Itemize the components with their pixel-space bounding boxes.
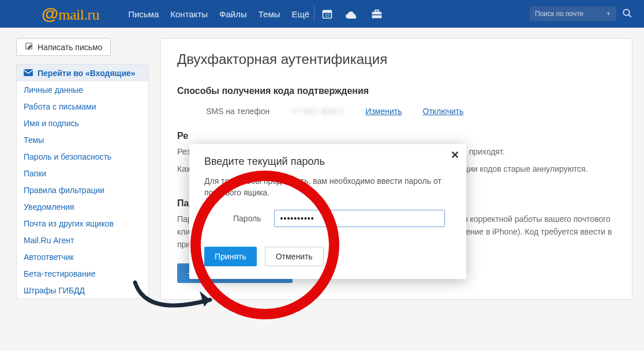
modal-desc: Для того чтобы продолжить, вам необходим… <box>204 176 451 198</box>
at-icon: @ <box>42 4 58 24</box>
svg-rect-4 <box>375 10 379 12</box>
compose-label: Написать письмо <box>38 43 102 52</box>
sidebar-item-notifications[interactable]: Уведомления <box>17 198 148 215</box>
sidebar-item-personal[interactable]: Личные данные <box>17 81 148 98</box>
cloud-icon[interactable] <box>346 9 358 19</box>
nav-files[interactable]: Файлы <box>219 9 247 19</box>
svg-text:15: 15 <box>325 13 330 18</box>
reserve-heading: Ре <box>177 131 616 141</box>
svg-rect-5 <box>372 14 382 16</box>
sidebar-item-fines[interactable]: Штрафы ГИБДД <box>17 282 148 299</box>
sidebar-item-inbox[interactable]: Перейти во «Входящие» <box>17 65 148 81</box>
page-title: Двухфакторная аутентификация <box>177 51 616 67</box>
sidebar-item-beta[interactable]: Бета-тестирование <box>17 265 148 282</box>
sidebar-item-security[interactable]: Пароль и безопасность <box>17 148 148 165</box>
sidebar-item-autoresponder[interactable]: Автоответчик <box>17 248 148 265</box>
change-link[interactable]: Изменить <box>365 107 402 116</box>
search-input[interactable]: Поиск по почте ▼ <box>530 6 616 21</box>
sms-section-title: Способы получения кода подтверждения <box>177 86 616 96</box>
logo[interactable]: @mail.ru <box>42 4 99 24</box>
svg-rect-9 <box>24 69 33 76</box>
compose-icon <box>25 42 33 52</box>
briefcase-icon[interactable] <box>371 9 383 19</box>
search-icon[interactable] <box>622 8 632 20</box>
calendar-icon[interactable]: 15 <box>321 8 333 20</box>
logo-text: mail.ru <box>58 6 99 24</box>
nav-themes[interactable]: Темы <box>259 9 280 19</box>
topbar: @mail.ru Письма Контакты Файлы Темы Ещё … <box>0 0 644 28</box>
sidebar-item-themes[interactable]: Темы <box>17 131 148 148</box>
password-field-row: Пароль <box>233 210 451 227</box>
envelope-icon <box>24 69 33 78</box>
search-placeholder: Поиск по почте <box>535 10 583 18</box>
top-nav: Письма Контакты Файлы Темы Ещё <box>128 9 309 19</box>
sms-label: SMS на телефон <box>206 107 269 116</box>
search-wrap: Поиск по почте ▼ <box>530 6 632 21</box>
password-input[interactable] <box>274 210 445 227</box>
svg-point-6 <box>623 9 630 16</box>
svg-line-7 <box>628 14 631 17</box>
nav-contacts[interactable]: Контакты <box>170 9 208 19</box>
divider <box>314 6 314 22</box>
nav-more[interactable]: Ещё <box>292 9 310 19</box>
sidebar-menu: Перейти во «Входящие» Личные данные Рабо… <box>16 64 149 299</box>
caret-down-icon: ▼ <box>606 11 611 17</box>
modal-title: Введите текущий пароль <box>204 156 451 168</box>
accept-button[interactable]: Принять <box>204 247 257 266</box>
sms-number: +7 927 818 1 <box>290 107 345 116</box>
cancel-button[interactable]: Отменить <box>265 247 324 266</box>
sms-row: SMS на телефон +7 927 818 1 Изменить Отк… <box>177 107 616 116</box>
sidebar-item-external[interactable]: Почта из других ящиков <box>17 215 148 232</box>
sidebar-item-folders[interactable]: Папки <box>17 165 148 182</box>
sidebar-item-signature[interactable]: Имя и подпись <box>17 115 148 131</box>
nav-letters[interactable]: Письма <box>128 9 159 19</box>
compose-button[interactable]: Написать письмо <box>16 38 111 56</box>
sidebar-item-letters[interactable]: Работа с письмами <box>17 98 148 115</box>
disable-link[interactable]: Отключить <box>423 107 464 116</box>
close-icon[interactable]: ✕ <box>451 149 459 161</box>
top-icons: 15 <box>321 8 383 20</box>
sidebar-item-agent[interactable]: Mail.Ru Агент <box>17 232 148 248</box>
sidebar-item-label: Перейти во «Входящие» <box>38 69 136 78</box>
sidebar-item-filters[interactable]: Правила фильтрации <box>17 182 148 198</box>
password-modal: ✕ Введите текущий пароль Для того чтобы … <box>189 144 466 279</box>
password-label: Пароль <box>233 214 261 223</box>
